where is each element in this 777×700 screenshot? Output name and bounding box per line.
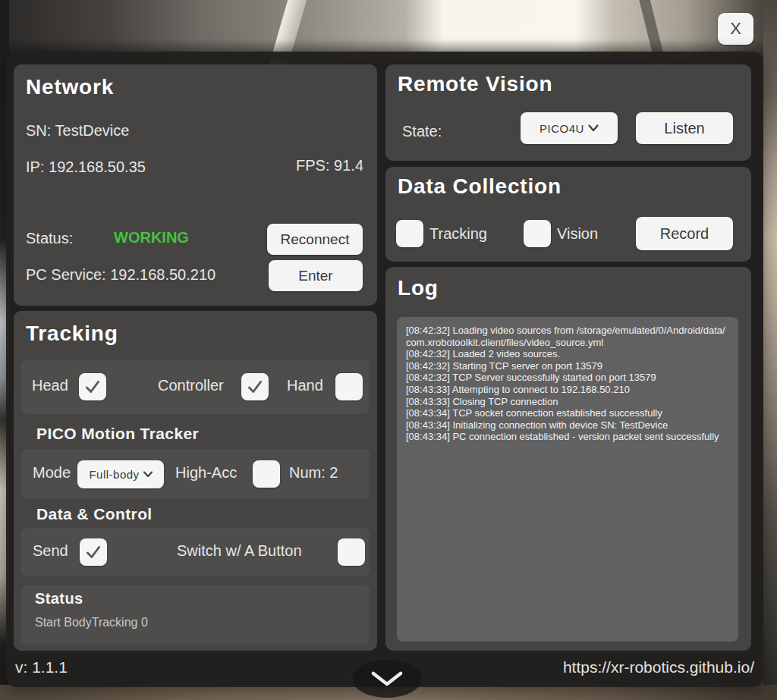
controller-checkbox[interactable]	[241, 373, 269, 400]
ip-address-label: IP: 192.168.50.35	[26, 159, 146, 176]
log-output[interactable]: [08:42:32] Loading video sources from /s…	[397, 317, 738, 642]
log-line: [08:43:33] Attempting to connect to 192.…	[406, 384, 729, 396]
remote-vision-title: Remote Vision	[398, 72, 552, 96]
collect-vision-checkbox[interactable]	[524, 220, 551, 247]
log-line: [08:43:33] Closing TCP connection	[406, 396, 729, 408]
app-window: Network SN: TestDevice IP: 192.168.50.35…	[6, 52, 763, 687]
project-url[interactable]: https://xr-robotics.github.io/	[563, 658, 754, 676]
pc-service-label: PC Service: 192.168.50.210	[26, 266, 215, 284]
listen-button[interactable]: Listen	[636, 112, 733, 144]
high-acc-label: High-Acc	[175, 464, 237, 482]
remote-vision-panel: Remote Vision State: PICO4U Listen	[385, 64, 751, 161]
chevron-down-icon	[588, 124, 599, 132]
log-line: [08:43:34] PC connection established - v…	[406, 431, 729, 443]
status-label: Status:	[26, 230, 73, 247]
hand-checkbox[interactable]	[335, 373, 363, 400]
check-icon	[83, 377, 102, 397]
head-checkbox[interactable]	[79, 373, 106, 400]
serial-number-label: SN: TestDevice	[26, 122, 129, 140]
fps-label: FPS: 91.4	[296, 157, 363, 174]
head-label: Head	[32, 377, 68, 394]
collect-tracking-checkbox[interactable]	[396, 220, 423, 247]
check-icon	[83, 542, 103, 562]
tracking-status-title: Status	[35, 590, 83, 607]
data-collection-title: Data Collection	[398, 174, 562, 199]
collect-vision-label: Vision	[557, 225, 598, 243]
check-icon	[245, 377, 265, 397]
enter-button[interactable]: Enter	[269, 260, 363, 291]
hand-label: Hand	[287, 377, 323, 394]
tracker-num-label: Num: 2	[289, 464, 338, 482]
log-line: [08:42:32] Loading video sources from /s…	[406, 325, 729, 348]
chevron-down-icon	[370, 670, 404, 687]
version-label: v: 1.1.1	[15, 658, 68, 676]
motion-tracker-row: Mode Full-body High-Acc Num: 2	[21, 449, 370, 499]
network-title: Network	[26, 75, 114, 99]
device-dropdown-value: PICO4U	[539, 122, 584, 135]
log-panel: Log [08:42:32] Loading video sources fro…	[385, 267, 751, 651]
log-line: [08:43:34] TCP socket connection establi…	[406, 407, 729, 419]
controller-label: Controller	[158, 377, 224, 394]
send-label: Send	[33, 542, 68, 560]
chevron-down-icon	[143, 471, 153, 478]
data-control-title: Data & Control	[36, 505, 153, 523]
high-acc-checkbox[interactable]	[253, 460, 280, 488]
log-line: [08:42:32] Loaded 2 video sources.	[406, 348, 729, 360]
data-control-row: Send Switch w/ A Button	[21, 528, 370, 576]
log-line: [08:42:32] Starting TCP server on port 1…	[406, 360, 729, 372]
status-value: WORKING	[114, 229, 189, 246]
tracking-status-box: Status Start BodyTracking 0	[21, 585, 370, 645]
tracking-title: Tracking	[26, 322, 118, 346]
tracking-panel: Tracking Head Controller Hand PICO Motio…	[14, 311, 377, 651]
data-collection-panel: Data Collection Tracking Vision Record	[385, 167, 751, 262]
log-line: [08:42:32] TCP Server successfully start…	[406, 372, 729, 384]
reconnect-button[interactable]: Reconnect	[267, 224, 363, 255]
log-line: [08:43:34] Initializing connection with …	[406, 419, 729, 432]
switch-a-button-label: Switch w/ A Button	[177, 542, 302, 560]
mode-dropdown-value: Full-body	[89, 468, 139, 481]
record-button[interactable]: Record	[636, 217, 733, 250]
mode-dropdown[interactable]: Full-body	[77, 460, 164, 488]
network-panel: Network SN: TestDevice IP: 192.168.50.35…	[14, 64, 377, 306]
mode-label: Mode	[33, 464, 71, 482]
passthrough-right	[763, 0, 777, 700]
motion-tracker-title: PICO Motion Tracker	[36, 425, 199, 443]
tracking-toggles-row: Head Controller Hand	[21, 359, 370, 414]
switch-a-button-checkbox[interactable]	[338, 538, 365, 566]
close-button[interactable]: X	[718, 13, 753, 45]
device-dropdown[interactable]: PICO4U	[521, 112, 618, 144]
collect-tracking-label: Tracking	[429, 225, 487, 243]
collapse-tab[interactable]	[352, 660, 422, 698]
send-checkbox[interactable]	[80, 538, 107, 566]
tracking-status-message: Start BodyTracking 0	[35, 616, 148, 629]
log-title: Log	[398, 276, 439, 300]
state-label: State:	[402, 123, 442, 140]
